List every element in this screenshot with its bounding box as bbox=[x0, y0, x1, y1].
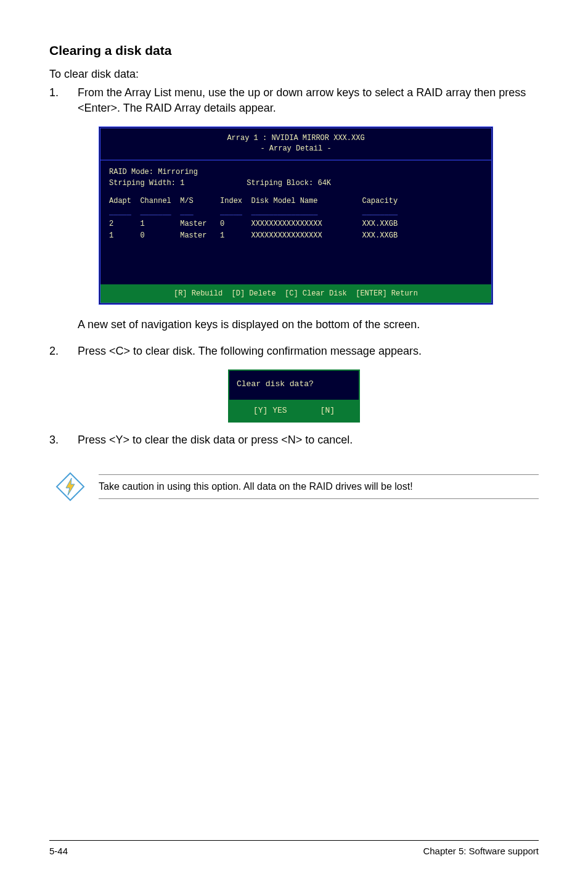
page-number: 5-44 bbox=[49, 846, 68, 856]
step-3-number: 3. bbox=[49, 432, 78, 447]
step-3: 3. Press <Y> to clear the disk data or p… bbox=[49, 432, 539, 447]
bios-table-header: Adapt Channel M/S Index Disk Model Name … bbox=[109, 196, 483, 207]
step-1-after: A new set of navigation keys is displaye… bbox=[49, 317, 539, 332]
step-3-text: Press <Y> to clear the disk data or pres… bbox=[78, 432, 539, 447]
dialog-yes: [Y] YES bbox=[253, 406, 287, 415]
bios-title-bar: Array 1 : NVIDIA MIRROR XXX.XXG - Array … bbox=[100, 128, 491, 160]
chapter-label: Chapter 5: Software support bbox=[423, 846, 539, 856]
confirmation-dialog: Clear disk data? [Y] YES [N] bbox=[228, 369, 360, 423]
bios-striping: Striping Width: 1 Striping Block: 64K bbox=[109, 178, 483, 189]
bios-title-line2: - Array Detail - bbox=[100, 144, 491, 154]
confirmation-dialog-wrap: Clear disk data? [Y] YES [N] bbox=[49, 369, 539, 423]
dialog-buttons-row: [Y] YES [N] bbox=[229, 400, 359, 421]
bios-raid-mode: RAID Mode: Mirroring bbox=[109, 167, 483, 178]
bios-strip-block: Striping Block: 64K bbox=[247, 179, 331, 188]
svg-marker-1 bbox=[66, 478, 75, 495]
bios-footer-keys: [R] Rebuild [D] Delete [C] Clear Disk [E… bbox=[100, 284, 491, 303]
section-heading: Clearing a disk data bbox=[49, 43, 539, 58]
dialog-question: Clear disk data? bbox=[229, 371, 359, 400]
bios-panel: Array 1 : NVIDIA MIRROR XXX.XXG - Array … bbox=[99, 126, 493, 305]
bios-title-line1: Array 1 : NVIDIA MIRROR XXX.XXG bbox=[100, 133, 491, 144]
bios-body: RAID Mode: Mirroring Striping Width: 1 S… bbox=[100, 160, 491, 285]
step-1-after-text: A new set of navigation keys is displaye… bbox=[78, 317, 539, 332]
bios-table-underline: _____ _______ ___ _____ _______________ … bbox=[109, 207, 483, 218]
bios-strip-width: Striping Width: 1 bbox=[109, 179, 184, 188]
step-1-after-spacer bbox=[49, 317, 78, 332]
step-2-number: 2. bbox=[49, 344, 78, 358]
table-row: 2 1 Master 0 XXXXXXXXXXXXXXXX XXX.XXGB bbox=[109, 218, 483, 230]
dialog-no: [N] bbox=[321, 406, 335, 415]
intro-text: To clear disk data: bbox=[49, 67, 539, 81]
lightning-icon bbox=[55, 472, 85, 501]
step-1-text: From the Array List menu, use the up or … bbox=[78, 85, 539, 115]
step-1-number: 1. bbox=[49, 85, 78, 115]
step-2-text: Press <C> to clear disk. The following c… bbox=[78, 344, 539, 358]
table-row: 1 0 Master 1 XXXXXXXXXXXXXXXX XXX.XXGB bbox=[109, 230, 483, 242]
step-2: 2. Press <C> to clear disk. The followin… bbox=[49, 344, 539, 358]
caution-text: Take caution in using this option. All d… bbox=[99, 474, 539, 499]
caution-note: Take caution in using this option. All d… bbox=[49, 472, 539, 501]
step-1: 1. From the Array List menu, use the up … bbox=[49, 85, 539, 115]
page-footer: 5-44 Chapter 5: Software support bbox=[49, 840, 539, 856]
